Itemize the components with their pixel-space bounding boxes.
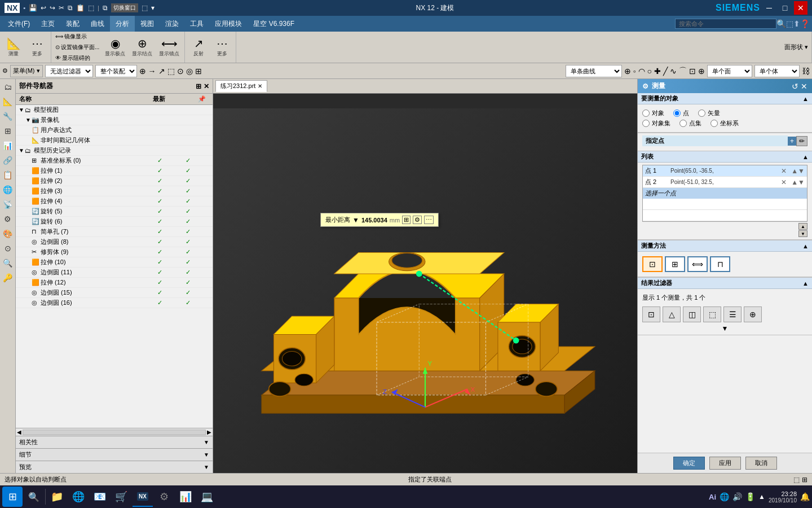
filter-expand-more[interactable]: ▼ bbox=[642, 325, 807, 332]
radio-object[interactable]: 对象 bbox=[642, 109, 664, 117]
measure-expand-icon[interactable]: ⋯ bbox=[424, 216, 434, 224]
mirror-display[interactable]: ⟺ 镜像显示 bbox=[54, 32, 101, 42]
nav-pin-icon[interactable]: 📌 bbox=[198, 95, 209, 103]
tree-toggle-0[interactable]: ▼ bbox=[18, 107, 25, 113]
toolbar2-icon6[interactable]: ◎ bbox=[186, 67, 193, 76]
tray-sound-icon[interactable]: 🔊 bbox=[732, 492, 742, 501]
toolbar2-point-icon[interactable]: ◦ bbox=[633, 67, 636, 76]
scroll-right-btn[interactable]: ▶ bbox=[206, 429, 213, 435]
filter-icon-1[interactable]: ⊡ bbox=[642, 306, 660, 322]
redo-icon[interactable]: ↪ bbox=[50, 4, 55, 12]
menu-galaxy[interactable]: 星空 V6.936F bbox=[248, 16, 300, 32]
list-scroll-down-btn[interactable]: ▼ bbox=[798, 230, 807, 237]
tree-item-3[interactable]: 📐非时间戳记几何体 bbox=[16, 135, 213, 146]
toolbar2-icon4[interactable]: ⬚ bbox=[167, 67, 175, 76]
switch-window-icon[interactable]: ⧉ bbox=[103, 4, 108, 12]
toolbar2-chain-icon[interactable]: ⛓ bbox=[802, 67, 810, 76]
tree-item-7[interactable]: 🟧拉伸 (2)✓✓ bbox=[16, 176, 213, 186]
filter-icon-add[interactable]: ⊕ bbox=[744, 306, 762, 322]
menu-home[interactable]: 主页 bbox=[36, 16, 60, 32]
tree-item-6[interactable]: 🟧拉伸 (1)✓✓ bbox=[16, 166, 213, 176]
radio-point-input[interactable] bbox=[673, 110, 681, 117]
tree-item-18[interactable]: ◎边倒圆 (15)✓✓ bbox=[16, 288, 213, 298]
maximize-button[interactable]: □ bbox=[778, 1, 792, 15]
toolbar2-curve2-icon[interactable]: ⌒ bbox=[679, 66, 687, 76]
point1-delete-icon[interactable]: ✕ bbox=[781, 167, 791, 175]
taskbar-app-files[interactable]: 📁 bbox=[47, 487, 67, 507]
horizontal-scrollbar[interactable] bbox=[23, 430, 206, 435]
measure-settings-icon[interactable]: ⚙ bbox=[413, 216, 422, 224]
tab-close-icon[interactable]: ✕ bbox=[258, 83, 262, 89]
menu-curve[interactable]: 曲线 bbox=[85, 16, 110, 32]
scroll-left-btn[interactable]: ◀ bbox=[16, 429, 23, 435]
tree-item-10[interactable]: 🔄旋转 (5)✓✓ bbox=[16, 207, 213, 217]
filter-icon-5[interactable]: ☰ bbox=[723, 306, 742, 322]
tree-item-4[interactable]: ▼🗂模型历史记录 bbox=[16, 146, 213, 156]
point2-up-icon[interactable]: ▲ bbox=[791, 178, 798, 186]
point1-down-icon[interactable]: ▼ bbox=[798, 167, 805, 175]
method-icon-2[interactable]: ⊞ bbox=[665, 256, 685, 272]
toolbar2-icon5[interactable]: ⊙ bbox=[177, 67, 184, 76]
point2-delete-icon[interactable]: ✕ bbox=[781, 178, 791, 186]
window-label[interactable]: 切换窗口 bbox=[111, 3, 138, 12]
tree-item-11[interactable]: 🔄旋转 (6)✓✓ bbox=[16, 217, 213, 227]
toolbar2-icon1[interactable]: ⊕ bbox=[139, 67, 146, 76]
reflect-button[interactable]: ↗ 反射 bbox=[187, 35, 210, 59]
tray-network-icon[interactable]: 🌐 bbox=[720, 492, 729, 501]
nav-expand-btn[interactable]: ⊞ bbox=[196, 82, 201, 90]
tree-item-16[interactable]: ◎边倒圆 (11)✓✓ bbox=[16, 268, 213, 278]
sidebar-icon-6[interactable]: 🔗 bbox=[1, 154, 15, 167]
nav-section-relevance[interactable]: 相关性 ▼ bbox=[16, 436, 213, 448]
dropdown-icon[interactable]: ▾ bbox=[151, 4, 155, 12]
toolbar2-curve-icon[interactable]: ∿ bbox=[670, 67, 677, 76]
radio-point[interactable]: 点 bbox=[673, 109, 689, 117]
filter-select[interactable]: 无选过滤器 bbox=[45, 65, 93, 77]
filter-icon-4[interactable]: ⬚ bbox=[703, 306, 721, 322]
taskbar-app-mail[interactable]: 📧 bbox=[90, 487, 110, 507]
minimize-button[interactable]: ─ bbox=[762, 1, 776, 15]
measure-object-collapse-icon[interactable]: ▲ bbox=[802, 95, 809, 102]
radio-vector-input[interactable] bbox=[698, 110, 705, 117]
point-row-1[interactable]: 点 1 Point(65.0, -36.5, ✕ ▲ ▼ bbox=[643, 165, 807, 177]
sidebar-icon-13[interactable]: 🔍 bbox=[1, 256, 15, 270]
radio-coords-input[interactable] bbox=[710, 120, 718, 127]
menu-analysis[interactable]: 分析 bbox=[110, 16, 135, 32]
list-scroll-up-btn[interactable]: ▲ bbox=[798, 223, 807, 230]
curve-type-select[interactable]: 单条曲线 bbox=[566, 65, 622, 77]
point-row-2[interactable]: 点 2 Point(-51.0, 32.5, ✕ ▲ ▼ bbox=[643, 177, 807, 188]
menu-render[interactable]: 渲染 bbox=[160, 16, 184, 32]
taskbar-app-nx[interactable]: NX bbox=[133, 487, 153, 507]
help-icon[interactable]: ❓ bbox=[800, 19, 810, 28]
tray-expand-icon[interactable]: ▲ bbox=[758, 493, 765, 501]
search-icon[interactable]: 🔍 bbox=[776, 19, 786, 28]
sidebar-icon-11[interactable]: 🎨 bbox=[1, 227, 15, 240]
expand-icon[interactable]: ⬆ bbox=[793, 19, 800, 28]
close-button[interactable]: ✕ bbox=[794, 1, 807, 15]
method-min-dist-icon[interactable]: ⊡ bbox=[642, 256, 663, 272]
menu-dropdown-button[interactable]: 菜单(M) ▾ bbox=[10, 65, 43, 77]
taskbar-app-edge[interactable]: 🌐 bbox=[68, 487, 89, 507]
sidebar-icon-7[interactable]: 📋 bbox=[1, 168, 15, 182]
statusbar-icon2[interactable]: ⊞ bbox=[802, 476, 807, 484]
radio-vector[interactable]: 矢量 bbox=[698, 109, 720, 117]
sidebar-icon-8[interactable]: 🌐 bbox=[1, 183, 15, 196]
layout-icon[interactable]: ⬚ bbox=[786, 19, 793, 28]
face-type-select[interactable]: 单个面 bbox=[707, 65, 752, 77]
radio-object-set[interactable]: 对象集 bbox=[642, 119, 670, 128]
radio-object-input[interactable] bbox=[642, 110, 650, 117]
tree-item-13[interactable]: ◎边倒圆 (8)✓✓ bbox=[16, 237, 213, 247]
search-button[interactable]: 🔍 bbox=[24, 487, 44, 507]
toolbar2-circle-icon[interactable]: ○ bbox=[647, 67, 652, 76]
tree-item-1[interactable]: ▼📷景像机 bbox=[16, 115, 213, 125]
filter-icon-3[interactable]: ◫ bbox=[683, 306, 701, 322]
dialog-refresh-button[interactable]: ↺ bbox=[792, 82, 798, 91]
filter-icon-2[interactable]: △ bbox=[663, 306, 681, 322]
clock-display[interactable]: 23:28 2019/10/10 bbox=[769, 491, 797, 503]
radio-coords[interactable]: 坐标系 bbox=[710, 119, 739, 128]
toolbar2-arc-icon[interactable]: ◠ bbox=[638, 67, 645, 76]
body-type-select[interactable]: 单个体 bbox=[754, 65, 800, 77]
taskbar-app-term[interactable]: 💻 bbox=[197, 487, 217, 507]
measure-gear-icon[interactable]: ⚙ bbox=[642, 82, 648, 90]
menu-file[interactable]: 文件(F) bbox=[2, 16, 36, 32]
radio-point-set[interactable]: 点集 bbox=[679, 119, 701, 128]
